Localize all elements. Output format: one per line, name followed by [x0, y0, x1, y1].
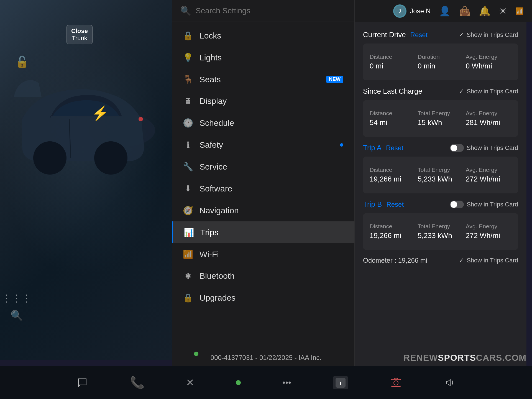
sidebar-item-label: Lights — [200, 53, 343, 62]
current-distance-value: 0 mi — [370, 62, 415, 70]
wifi-icon: 📶 — [183, 249, 193, 259]
lock-status-icon: 🔓 — [15, 55, 29, 68]
trip-a-reset[interactable]: Reset — [386, 144, 403, 152]
sidebar-item-trips[interactable]: 📊 Trips — [172, 221, 354, 243]
brightness-icon[interactable]: ☀ — [499, 6, 507, 17]
sidebar-item-seats[interactable]: 🪑 Seats NEW — [172, 68, 354, 90]
seats-icon: 🪑 — [183, 75, 193, 84]
user-info[interactable]: J Jose N — [393, 4, 431, 18]
trip-b-distance-label: Distance — [370, 223, 415, 230]
sidebar-item-safety[interactable]: ℹ Safety — [172, 134, 354, 156]
bottom-dot-icon[interactable] — [236, 380, 241, 385]
sidebar-item-schedule[interactable]: 🕐 Schedule — [172, 112, 354, 134]
trip-a-grid: Distance 19,266 mi Total Energy 5,233 kW… — [370, 163, 511, 187]
trip-a-avg-energy-label: Avg. Energy — [466, 167, 511, 173]
sidebar-item-label: Trips — [200, 228, 343, 237]
bottom-chat-icon[interactable] — [76, 377, 88, 389]
trip-a-distance-cell: Distance 19,266 mi — [370, 163, 415, 187]
since-last-charge-header: Since Last Charge ✓ Show in Trips Card — [363, 87, 518, 96]
current-duration-cell: Duration 0 min — [418, 50, 463, 74]
since-avg-energy-cell: Avg. Energy 281 Wh/mi — [466, 107, 511, 130]
current-drive-title: Current Drive — [363, 30, 406, 39]
current-drive-reset[interactable]: Reset — [410, 31, 428, 39]
trip-b-toggle[interactable] — [450, 201, 464, 208]
trip-b-grid: Distance 19,266 mi Total Energy 5,233 kW… — [370, 220, 511, 243]
svg-point-2 — [33, 141, 66, 175]
sidebar-item-wifi[interactable]: 📶 Wi-Fi — [172, 243, 354, 265]
avatar: J — [393, 4, 406, 18]
menu-icon[interactable]: ⋮⋮⋮ — [2, 293, 32, 304]
bottom-more-icon[interactable]: ••• — [282, 378, 291, 387]
current-avg-energy-value: 0 Wh/mi — [466, 62, 511, 70]
green-dot-indicator — [194, 352, 198, 356]
trip-a-card: Distance 19,266 mi Total Energy 5,233 kW… — [363, 157, 518, 193]
navigation-icon: 🧭 — [183, 206, 193, 215]
trip-b-avg-energy-value: 272 Wh/mi — [466, 231, 511, 240]
search-input[interactable] — [196, 6, 346, 15]
since-last-charge-grid: Distance 54 mi Total Energy 15 kWh Avg. … — [370, 107, 511, 130]
bell-icon[interactable]: 🔔 — [479, 6, 490, 17]
sidebar-item-display[interactable]: 🖥 Display — [172, 90, 354, 112]
current-drive-header: Current Drive Reset ✓ Show in Trips Card — [363, 30, 518, 39]
sidebar-item-upgrades[interactable]: 🔒 Upgrades — [172, 287, 354, 309]
bottom-bar: 📞 ✕ ••• i — [0, 366, 532, 399]
since-distance-label: Distance — [370, 110, 415, 117]
svg-text:i: i — [340, 380, 341, 386]
sidebar-item-locks[interactable]: 🔒 Locks — [172, 25, 354, 47]
current-distance-cell: Distance 0 mi — [370, 50, 415, 74]
trip-a-toggle[interactable] — [450, 144, 464, 152]
sidebar-item-lights[interactable]: 💡 Lights — [172, 47, 354, 68]
service-icon: 🔧 — [183, 162, 193, 172]
sidebar-item-bluetooth[interactable]: ✱ Bluetooth — [172, 265, 354, 287]
trip-b-reset[interactable]: Reset — [386, 201, 404, 208]
svg-point-11 — [394, 381, 398, 385]
since-distance-value: 54 mi — [370, 118, 415, 127]
trip-b-avg-energy-label: Avg. Energy — [466, 223, 511, 230]
since-total-energy-cell: Total Energy 15 kWh — [418, 107, 463, 130]
search-bottom-icon[interactable]: 🔍 — [11, 310, 23, 321]
svg-text:J: J — [399, 9, 401, 14]
signal-icon[interactable]: 📶 — [515, 7, 524, 15]
trip-b-distance-cell: Distance 19,266 mi — [370, 220, 415, 243]
trip-b-title[interactable]: Trip B — [363, 200, 382, 209]
sidebar-item-label: Software — [200, 184, 343, 193]
header-bar: J Jose N 👤 👜 🔔 ☀ 📶 — [355, 0, 532, 22]
car-panel: Close Trunk 🔓 ⚡ ⋮⋮⋮ 🔍 — [0, 0, 172, 360]
current-drive-grid: Distance 0 mi Duration 0 min Avg. Energy… — [370, 50, 511, 74]
trip-a-total-energy-label: Total Energy — [418, 167, 463, 173]
odometer-row: Odometer : 19,266 mi ✓ Show in Trips Car… — [363, 257, 518, 264]
current-drive-show-trips: ✓ Show in Trips Card — [459, 31, 518, 39]
since-last-charge-card: Distance 54 mi Total Energy 15 kWh Avg. … — [363, 100, 518, 137]
trip-b-total-energy-label: Total Energy — [418, 223, 463, 230]
person-icon[interactable]: 👤 — [439, 6, 451, 17]
sidebar-item-service[interactable]: 🔧 Service — [172, 156, 354, 178]
current-avg-energy-cell: Avg. Energy 0 Wh/mi — [466, 50, 511, 74]
left-icons-bar: ⋮⋮⋮ 🔍 — [0, 287, 33, 327]
sidebar-item-label: Upgrades — [200, 293, 343, 303]
sidebar-item-software[interactable]: ⬇ Software — [172, 178, 354, 200]
bottom-volume-icon[interactable] — [444, 377, 456, 389]
sidebar-item-label: Schedule — [200, 118, 343, 128]
bottom-close-icon[interactable]: ✕ — [186, 377, 194, 388]
bag-icon[interactable]: 👜 — [459, 6, 470, 17]
bottom-camera-icon[interactable] — [390, 377, 402, 389]
since-avg-energy-value: 281 Wh/mi — [466, 118, 511, 127]
trip-a-title[interactable]: Trip A — [363, 144, 382, 152]
bottom-phone-icon[interactable]: 📞 — [130, 376, 144, 389]
safety-dot-indicator — [340, 143, 343, 147]
sidebar-item-navigation[interactable]: 🧭 Navigation — [172, 200, 354, 221]
new-badge: NEW — [326, 76, 343, 83]
trip-b-total-energy-value: 5,233 kWh — [418, 231, 463, 240]
trip-a-total-energy-cell: Total Energy 5,233 kWh — [418, 163, 463, 187]
trip-b-show-trips: Show in Trips Card — [450, 201, 518, 208]
trip-b-distance-value: 19,266 mi — [370, 231, 415, 240]
bottom-info-icon[interactable]: i — [333, 376, 348, 389]
schedule-icon: 🕐 — [183, 118, 193, 128]
svg-rect-10 — [391, 379, 401, 387]
vin-line: 000-41377031 - 01/22/2025 - IAA Inc. — [211, 354, 321, 362]
since-avg-energy-label: Avg. Energy — [466, 110, 511, 117]
since-show-trips: ✓ Show in Trips Card — [459, 88, 518, 95]
safety-icon: ℹ — [183, 140, 193, 150]
current-duration-label: Duration — [418, 53, 463, 60]
close-trunk-button[interactable]: Close Trunk — [66, 25, 93, 44]
